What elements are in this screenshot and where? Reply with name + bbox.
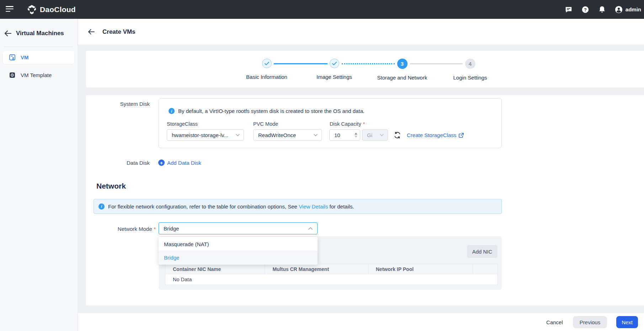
avatar-icon bbox=[615, 6, 623, 13]
system-disk-label: System Disk bbox=[86, 101, 150, 107]
menu-toggle-icon[interactable] bbox=[6, 6, 14, 13]
sidebar-item-label: VM Template bbox=[21, 72, 52, 78]
plus-circle-icon: + bbox=[158, 159, 165, 166]
chevron-down-icon bbox=[380, 134, 384, 136]
required-asterisk: * bbox=[363, 121, 365, 127]
step-number: 4 bbox=[465, 59, 475, 69]
brand: DaoCloud bbox=[27, 0, 76, 19]
step-label: Basic Information bbox=[228, 74, 306, 80]
nic-table-empty-row: No Data bbox=[165, 274, 497, 285]
form-card: System Disk i By default, a VirtIO-type … bbox=[86, 95, 644, 305]
sidebar-divider bbox=[4, 47, 73, 47]
view-details-link[interactable]: View Details bbox=[299, 204, 328, 210]
system-disk-fieldset: i By default, a VirtIO-type rootfs syste… bbox=[159, 98, 502, 148]
username: admin bbox=[626, 6, 641, 12]
next-button[interactable]: Next bbox=[616, 316, 638, 328]
network-info-banner: i For flexible network configuration, re… bbox=[94, 199, 502, 214]
sidebar-item-vm-template[interactable]: VM Template bbox=[3, 69, 74, 82]
storageclass-label: StorageClass bbox=[167, 121, 198, 127]
vm-template-icon bbox=[9, 72, 15, 78]
network-section-heading: Network bbox=[96, 182, 126, 190]
column-network-ip-pool: Network IP Pool bbox=[368, 264, 473, 274]
step-label: Storage and Network bbox=[363, 75, 441, 81]
nic-table: Container NIC Name Multus CR Management … bbox=[165, 264, 498, 285]
notifications-bell-icon[interactable] bbox=[598, 6, 606, 13]
network-mode-dropdown: Masquerade (NAT) Bridge bbox=[159, 237, 318, 265]
required-asterisk: * bbox=[154, 226, 156, 232]
info-icon: i bbox=[169, 108, 175, 114]
previous-button[interactable]: Previous bbox=[573, 316, 607, 328]
pvc-mode-label: PVC Mode bbox=[253, 121, 278, 127]
column-multus-cr-management: Multus CR Management bbox=[265, 264, 368, 274]
disk-capacity-input[interactable]: 10 bbox=[329, 129, 360, 141]
create-storageclass-link[interactable]: Create StorageClass bbox=[407, 132, 464, 138]
refresh-icon[interactable] bbox=[393, 130, 402, 140]
user-menu[interactable]: admin bbox=[615, 6, 641, 13]
page-back-icon[interactable] bbox=[87, 27, 96, 36]
network-mode-label: Network Mode* bbox=[86, 226, 156, 232]
data-disk-label: Data Disk bbox=[86, 160, 150, 166]
disk-capacity-label: Disk Capacity* bbox=[330, 121, 365, 127]
column-actions bbox=[473, 264, 497, 274]
page-title: Create VMs bbox=[102, 28, 135, 36]
navbar-actions: ? admin bbox=[565, 0, 641, 19]
network-mode-select[interactable]: Bridge bbox=[159, 222, 318, 234]
help-icon[interactable]: ? bbox=[581, 6, 589, 13]
chevron-down-icon bbox=[314, 134, 318, 136]
step-label: Image Settings bbox=[295, 74, 373, 80]
step-done-check-icon bbox=[262, 59, 272, 68]
cancel-button[interactable]: Cancel bbox=[545, 316, 564, 328]
top-navbar: DaoCloud ? admin bbox=[0, 0, 644, 19]
brand-name: DaoCloud bbox=[40, 5, 76, 14]
storageclass-select[interactable]: hwameistor-storage-lv... bbox=[167, 129, 244, 141]
number-stepper[interactable] bbox=[355, 132, 357, 138]
option-bridge[interactable]: Bridge bbox=[159, 251, 318, 264]
sidebar-item-vm[interactable]: VM bbox=[3, 51, 74, 64]
system-disk-info: i By default, a VirtIO-type rootfs syste… bbox=[169, 108, 364, 114]
sidebar-title: Virtual Machines bbox=[16, 30, 64, 37]
chevron-up-icon bbox=[308, 227, 313, 230]
step-label: Login Settings bbox=[431, 75, 509, 81]
step-image-settings: Image Settings bbox=[295, 59, 373, 80]
info-icon: i bbox=[99, 204, 105, 210]
vm-icon bbox=[9, 54, 15, 60]
banner-text: For flexible network configuration, refe… bbox=[108, 204, 354, 210]
option-masquerade-nat[interactable]: Masquerade (NAT) bbox=[159, 237, 318, 251]
step-done-check-icon bbox=[330, 59, 339, 68]
add-nic-button[interactable]: Add NIC bbox=[467, 245, 497, 258]
sidebar-back-icon[interactable] bbox=[5, 31, 11, 36]
capacity-unit-select: Gi bbox=[362, 129, 388, 141]
svg-text:?: ? bbox=[584, 7, 587, 12]
sidebar-item-label: VM bbox=[21, 54, 29, 60]
footer-actions: Cancel Previous Next bbox=[78, 313, 644, 331]
system-disk-info-text: By default, a VirtIO-type rootfs system … bbox=[178, 108, 364, 114]
page-header: Create VMs bbox=[78, 19, 644, 44]
step-basic-information: Basic Information bbox=[228, 59, 306, 80]
step-storage-and-network: 3 Storage and Network bbox=[363, 59, 441, 81]
messages-icon[interactable] bbox=[565, 6, 573, 13]
step-number: 3 bbox=[397, 59, 408, 69]
step-login-settings: 4 Login Settings bbox=[431, 59, 509, 81]
daocloud-logo-icon bbox=[27, 5, 37, 15]
nic-table-header: Container NIC Name Multus CR Management … bbox=[165, 264, 497, 274]
chevron-down-icon bbox=[236, 134, 240, 136]
column-container-nic-name: Container NIC Name bbox=[165, 264, 265, 274]
add-data-disk-link[interactable]: + Add Data Disk bbox=[158, 159, 201, 166]
sidebar: Virtual Machines VM VM Template bbox=[0, 19, 78, 331]
external-link-icon bbox=[459, 133, 464, 138]
stepper: Basic Information Image Settings 3 Stora… bbox=[86, 51, 644, 87]
pvc-mode-select[interactable]: ReadWriteOnce bbox=[253, 129, 322, 141]
